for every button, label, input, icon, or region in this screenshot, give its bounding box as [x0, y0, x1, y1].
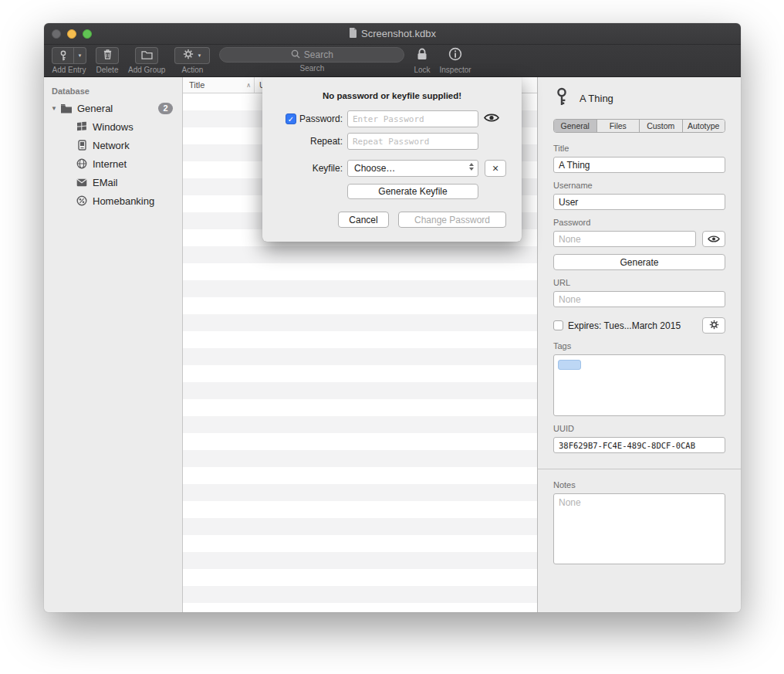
- column-header-title[interactable]: Title ∧: [183, 77, 255, 93]
- password-field[interactable]: [553, 231, 696, 247]
- url-field[interactable]: [553, 291, 725, 307]
- window-title-area: Screenshot.kdbx: [349, 28, 436, 40]
- url-field-label: URL: [553, 278, 725, 287]
- sidebar-item-homebanking[interactable]: Homebanking: [44, 191, 182, 210]
- tab-custom[interactable]: Custom: [640, 120, 683, 132]
- stepper-icon: [469, 163, 474, 171]
- disclosure-triangle-icon[interactable]: ▼: [49, 105, 59, 112]
- sidebar-item-label: EMail: [93, 177, 118, 188]
- globe-icon: [75, 158, 89, 169]
- trash-icon: [103, 49, 113, 63]
- expires-settings-button[interactable]: [702, 317, 725, 334]
- folder-icon: [141, 49, 153, 63]
- generate-keyfile-button[interactable]: Generate Keyfile: [347, 184, 478, 199]
- show-password-toggle[interactable]: [478, 112, 505, 126]
- lock-button[interactable]: [415, 47, 429, 64]
- username-field[interactable]: [553, 194, 725, 210]
- document-icon: [349, 28, 357, 40]
- search-input[interactable]: Search: [219, 47, 404, 63]
- delete-button[interactable]: [96, 47, 119, 64]
- desktop: Screenshot.kdbx ▼ Add Entry: [0, 0, 784, 674]
- inspector-divider: [538, 469, 741, 469]
- coin-icon: [75, 195, 89, 206]
- info-icon: [448, 47, 462, 64]
- search-icon: [291, 49, 300, 61]
- sidebar-group-general[interactable]: ▼ General 2: [44, 99, 182, 117]
- chevron-down-icon[interactable]: ▼: [74, 48, 86, 63]
- title-field[interactable]: [553, 157, 725, 173]
- tab-autotype[interactable]: Autotype: [683, 120, 725, 132]
- inspector-tabs: General Files Custom Autotype: [553, 119, 725, 133]
- password-input[interactable]: [347, 110, 478, 127]
- repeat-input[interactable]: [347, 133, 478, 150]
- add-entry-label: Add Entry: [52, 66, 86, 74]
- action-label: Action: [181, 66, 203, 74]
- show-password-button[interactable]: [702, 231, 725, 247]
- action-button[interactable]: ▼: [174, 47, 210, 64]
- expires-row: Expires: Tues...March 2015: [553, 317, 725, 334]
- search-placeholder: Search: [304, 49, 333, 60]
- search-group: Search Search: [219, 47, 404, 73]
- inspector-label: Inspector: [440, 66, 471, 74]
- sidebar-item-windows[interactable]: Windows: [44, 117, 182, 136]
- sidebar-item-label: Internet: [93, 158, 127, 170]
- sidebar-item-email[interactable]: EMail: [44, 173, 182, 191]
- sidebar-group-label: General: [77, 103, 113, 114]
- sidebar: Database ▼ General 2 Windows: [44, 77, 183, 612]
- entry-count-badge: 2: [158, 103, 173, 114]
- check-icon: ✓: [288, 115, 294, 124]
- sidebar-header: Database: [44, 83, 182, 99]
- dialog-message: No password or keyfile supplied!: [262, 91, 522, 100]
- window-title: Screenshot.kdbx: [361, 28, 436, 39]
- lock-icon: [415, 47, 429, 64]
- tab-files[interactable]: Files: [597, 120, 640, 132]
- lock-label: Lock: [414, 66, 430, 74]
- notes-field[interactable]: [553, 493, 725, 564]
- password-dialog: No password or keyfile supplied! ✓ Passw…: [262, 77, 522, 242]
- app-window: Screenshot.kdbx ▼ Add Entry: [44, 23, 741, 612]
- clear-keyfile-button[interactable]: ×: [485, 160, 506, 177]
- gear-icon: [183, 49, 194, 63]
- password-checkbox[interactable]: ✓: [286, 113, 296, 124]
- uuid-label: UUID: [553, 424, 725, 433]
- notes-label: Notes: [553, 480, 725, 489]
- toolbar: ▼ Add Entry Delete Add Group: [44, 45, 741, 77]
- keyfile-popup[interactable]: Choose…: [347, 160, 478, 177]
- zoom-button[interactable]: [83, 29, 92, 39]
- inspector-button[interactable]: [448, 47, 462, 64]
- add-group-group: Add Group: [128, 47, 165, 74]
- repeat-label: Repeat:: [310, 136, 343, 147]
- inspector-panel: A Thing General Files Custom Autotype Ti…: [537, 77, 741, 612]
- tab-general[interactable]: General: [554, 120, 597, 132]
- lock-group: Lock: [414, 47, 430, 74]
- gear-icon: [709, 319, 719, 333]
- sidebar-item-internet[interactable]: Internet: [44, 154, 182, 173]
- inspector-header: A Thing: [553, 86, 725, 110]
- uuid-field[interactable]: [553, 437, 725, 453]
- expires-checkbox[interactable]: [553, 320, 563, 330]
- generate-password-button[interactable]: Generate: [553, 254, 725, 270]
- column-title-label: Title: [189, 80, 204, 90]
- expires-label: Expires: Tues...March 2015: [568, 320, 698, 331]
- delete-label: Delete: [96, 66, 119, 74]
- close-button[interactable]: [52, 29, 61, 39]
- add-entry-button[interactable]: ▼: [52, 47, 86, 64]
- key-icon: [553, 87, 570, 109]
- add-group-button[interactable]: [135, 47, 158, 64]
- keyfile-label: Keyfile:: [313, 163, 343, 174]
- keyfile-row: Keyfile: Choose… ×: [262, 160, 522, 177]
- change-password-button[interactable]: Change Password: [398, 212, 506, 228]
- tags-box[interactable]: [553, 354, 725, 416]
- cancel-button[interactable]: Cancel: [338, 212, 389, 228]
- tag-pill[interactable]: [558, 360, 581, 370]
- sidebar-item-label: Network: [93, 140, 130, 151]
- window-controls: [52, 23, 92, 45]
- password-row: ✓ Password:: [262, 110, 522, 127]
- titlebar: Screenshot.kdbx: [44, 23, 741, 45]
- sort-ascending-icon: ∧: [246, 82, 251, 89]
- sidebar-item-network[interactable]: Network: [44, 136, 182, 154]
- sidebar-item-label: Homebanking: [93, 195, 154, 207]
- action-group: ▼ Action: [174, 47, 210, 74]
- dialog-buttons: Cancel Change Password: [262, 212, 522, 228]
- minimize-button[interactable]: [67, 29, 76, 39]
